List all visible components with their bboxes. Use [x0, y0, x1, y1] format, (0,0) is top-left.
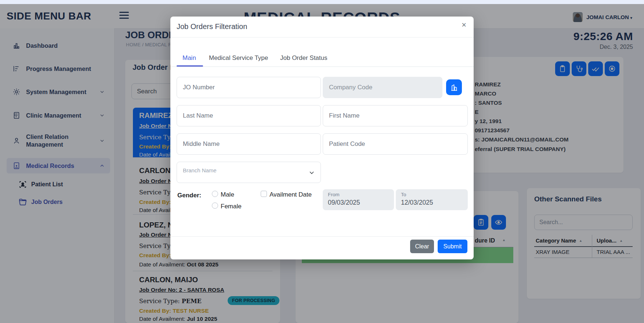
availment-date-label[interactable]: Availment Date	[269, 191, 312, 198]
branch-name-select[interactable]: Branch Name	[177, 162, 321, 183]
modal-footer-divider	[170, 236, 474, 237]
modal-header-divider	[170, 37, 474, 37]
middle-name-input[interactable]	[177, 133, 321, 155]
tab-main[interactable]: Main	[182, 54, 196, 65]
tab-job-order-status[interactable]: Job Order Status	[280, 54, 328, 65]
job-orders-filter-modal: Job Orders Filteration × Main Medical Se…	[170, 17, 474, 259]
top-strip	[0, 0, 644, 4]
building-icon	[450, 83, 458, 91]
gender-male-radio[interactable]	[212, 191, 218, 197]
availment-date-checkbox[interactable]	[261, 191, 267, 197]
gender-label: Gender:	[177, 192, 201, 199]
to-label: To	[401, 192, 406, 197]
patient-code-input[interactable]	[323, 133, 468, 155]
from-value: 09/03/2025	[328, 199, 360, 207]
last-name-input[interactable]	[177, 105, 321, 126]
company-lookup-button[interactable]	[446, 79, 462, 95]
tab-medical-service-type[interactable]: Medical Service Type	[209, 54, 268, 65]
clear-button[interactable]: Clear	[410, 240, 434, 253]
gender-female-label[interactable]: Female	[221, 203, 242, 210]
to-value: 12/03/2025	[401, 199, 433, 207]
submit-button[interactable]: Submit	[438, 240, 467, 253]
from-label: From	[328, 192, 340, 197]
chevron-down-icon	[308, 169, 315, 176]
tab-row-divider	[170, 67, 474, 67]
modal-title: Job Orders Filteration	[177, 22, 247, 31]
branch-name-placeholder: Branch Name	[183, 167, 217, 173]
to-date-field[interactable]: To 12/03/2025	[396, 189, 468, 210]
company-code-input[interactable]	[323, 77, 442, 98]
gender-female-radio[interactable]	[212, 202, 218, 209]
gender-male-label[interactable]: Male	[221, 191, 234, 198]
from-date-field[interactable]: From 09/03/2025	[323, 189, 394, 210]
first-name-input[interactable]	[323, 105, 468, 126]
jo-number-input[interactable]	[177, 77, 321, 98]
close-icon[interactable]: ×	[462, 21, 466, 29]
